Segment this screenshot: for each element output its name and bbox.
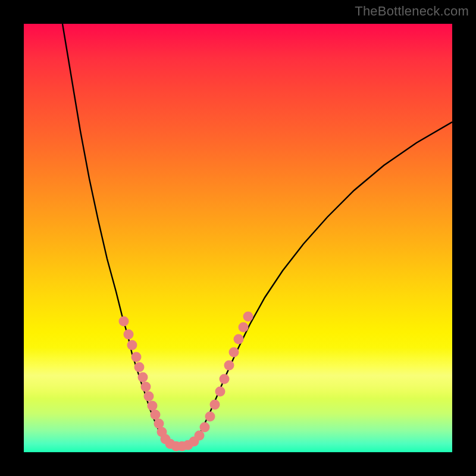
marker-dot	[141, 382, 151, 392]
marker-dot	[148, 401, 158, 411]
marker-dot	[144, 392, 154, 402]
marker-dot	[124, 330, 134, 340]
marker-dot	[220, 374, 230, 384]
marker-dot	[210, 400, 220, 410]
marker-dot	[215, 387, 226, 397]
marker-dot	[200, 422, 210, 433]
marker-dot	[229, 347, 239, 358]
marker-dot	[138, 372, 148, 383]
curve-group	[62, 24, 452, 446]
marker-dot	[234, 334, 244, 345]
marker-dot	[243, 312, 253, 322]
marker-dot	[239, 322, 249, 333]
marker-dot	[151, 410, 161, 420]
marker-dots	[119, 312, 253, 452]
marker-dot	[205, 412, 215, 422]
chart-frame: TheBottleneck.com	[0, 0, 476, 476]
marker-dot	[127, 340, 137, 350]
marker-dot	[195, 431, 205, 441]
marker-dot	[134, 362, 145, 372]
curve-left-branch	[62, 24, 164, 440]
marker-dot	[131, 352, 142, 362]
curve-svg	[24, 24, 452, 452]
plot-area	[24, 24, 452, 452]
marker-dot	[119, 317, 129, 327]
marker-dot	[224, 361, 234, 371]
curve-right-branch	[196, 122, 452, 440]
watermark-text: TheBottleneck.com	[355, 4, 469, 19]
